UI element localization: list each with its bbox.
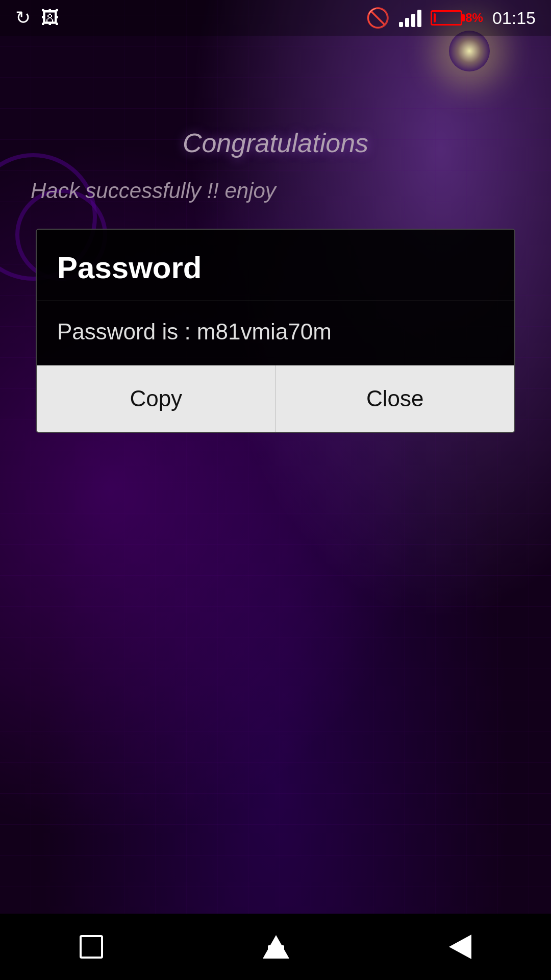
- signal-bar-4: [417, 10, 421, 27]
- home-button[interactable]: [263, 935, 289, 959]
- status-bar: ↻ 🖼 🚫 8% 01:15: [0, 0, 551, 36]
- signal-bar-3: [411, 14, 415, 27]
- back-icon: [449, 935, 471, 959]
- deco-glow: [449, 31, 490, 71]
- refresh-icon: ↻: [15, 9, 31, 27]
- dialog-header: Password: [37, 230, 514, 301]
- close-button[interactable]: Close: [276, 365, 515, 432]
- hack-label: Hack successfully !! enjoy: [0, 179, 551, 203]
- status-right-icons: 🚫 8% 01:15: [366, 7, 536, 29]
- battery-container: 8%: [431, 10, 483, 26]
- recents-icon: [80, 935, 103, 959]
- home-icon: [263, 935, 289, 959]
- battery-percent: 8%: [465, 11, 483, 25]
- signal-bar-1: [399, 22, 403, 27]
- battery-fill: [434, 13, 436, 22]
- image-icon: 🖼: [41, 9, 59, 27]
- dialog-message: Password is : m81vmia70m: [57, 319, 332, 344]
- no-disturb-icon: 🚫: [366, 7, 390, 29]
- dialog-title: Password: [57, 251, 202, 285]
- back-button[interactable]: [449, 935, 471, 959]
- signal-bar-2: [405, 18, 409, 27]
- signal-bars: [399, 9, 421, 27]
- clock: 01:15: [492, 8, 536, 28]
- dialog-actions: Copy Close: [37, 365, 514, 432]
- status-left-icons: ↻ 🖼: [15, 9, 59, 27]
- congratulations-label: Congratulations: [183, 128, 368, 158]
- password-dialog: Password Password is : m81vmia70m Copy C…: [36, 229, 515, 433]
- dialog-body: Password is : m81vmia70m: [37, 301, 514, 365]
- battery-box: [431, 10, 462, 26]
- nav-bar: [0, 914, 551, 980]
- main-content: Congratulations Hack successfully !! enj…: [0, 112, 551, 914]
- recents-button[interactable]: [80, 935, 103, 959]
- copy-button[interactable]: Copy: [37, 365, 276, 432]
